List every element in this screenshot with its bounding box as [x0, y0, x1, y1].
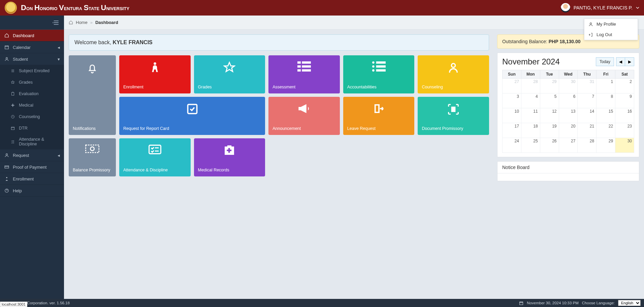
calendar-day[interactable]: 3: [503, 93, 521, 108]
calendar-day[interactable]: 7: [578, 93, 597, 108]
card-accountabilities[interactable]: Accountabilities: [343, 55, 415, 93]
welcome-banner: Welcome back, KYLE FRANCIS: [69, 34, 489, 51]
sidebar-item-help[interactable]: Help: [0, 185, 64, 197]
logout-menu-item[interactable]: Log Out: [584, 29, 638, 40]
avatar: [561, 3, 570, 12]
calendar-day[interactable]: 22: [597, 123, 615, 138]
svg-rect-7: [5, 166, 9, 168]
sidebar-sub-label: Medical: [19, 103, 33, 108]
logout-icon: [588, 32, 593, 37]
card-attendance-discipline[interactable]: Attendance & Discipline: [119, 138, 191, 176]
my-profile-menu-item[interactable]: My Profile: [584, 19, 638, 29]
card-announcement[interactable]: Announcement: [268, 97, 340, 135]
calendar-day[interactable]: 8: [597, 93, 615, 108]
calendar-day[interactable]: 13: [559, 108, 578, 123]
calendar-next-button[interactable]: ▶: [625, 58, 634, 66]
header-user[interactable]: PANTIG, KYLE FRANCIS P. My Profile Log O…: [561, 3, 639, 12]
sidebar-toggle[interactable]: [0, 16, 64, 30]
calendar-day[interactable]: 25: [521, 138, 540, 153]
calendar-dow: Sun: [503, 70, 521, 79]
user-icon: [448, 61, 459, 74]
sidebar-item-attendance-discipline[interactable]: Attendance & Discipline: [0, 134, 64, 149]
chevron-down-icon: ▾: [58, 57, 60, 62]
sidebar-item-evaluation[interactable]: Evaluation: [0, 88, 64, 100]
calendar-day[interactable]: 11: [521, 108, 540, 123]
sidebar-item-request[interactable]: Request ◂: [0, 149, 64, 161]
calendar-day[interactable]: 18: [521, 123, 540, 138]
sidebar-item-counseling[interactable]: Counseling: [0, 111, 64, 122]
table-icon: [297, 61, 311, 72]
calendar-day[interactable]: 21: [578, 123, 597, 138]
clipboard-icon: [10, 91, 15, 96]
calendar-day[interactable]: 9: [615, 93, 634, 108]
calendar-day[interactable]: 10: [503, 108, 521, 123]
card-assessment[interactable]: Assessment: [268, 55, 340, 93]
calendar-day[interactable]: 14: [578, 108, 597, 123]
calendar-day[interactable]: 24: [503, 138, 521, 153]
checklist-icon: [149, 144, 161, 155]
calendar-day[interactable]: 27: [559, 138, 578, 153]
calendar-day[interactable]: 26: [540, 138, 559, 153]
main: Home » Dashboard Welcome back, KYLE FRAN…: [64, 16, 644, 299]
card-enrollment[interactable]: Enrollment: [119, 55, 191, 93]
calendar-icon: [519, 301, 523, 305]
language-select[interactable]: English: [618, 300, 641, 306]
plus-icon: [10, 103, 15, 108]
card-balance-promissory[interactable]: Balance Promissory: [69, 138, 116, 176]
calendar-day[interactable]: 27: [503, 79, 521, 93]
card-leave-request[interactable]: Leave Request: [343, 97, 415, 135]
calendar-day[interactable]: 2: [615, 79, 634, 93]
card-request-report-card[interactable]: Request for Report Card: [119, 97, 265, 135]
sidebar-item-student[interactable]: Student ▾: [0, 53, 64, 65]
card-label: Balance Promissory: [73, 168, 112, 172]
card-label: Medical Records: [198, 168, 261, 172]
breadcrumb-separator-icon: »: [90, 20, 93, 25]
calendar-day[interactable]: 30: [615, 138, 634, 153]
calendar-title: November 2024: [502, 57, 560, 66]
calendar-day[interactable]: 20: [559, 123, 578, 138]
calendar-today-button[interactable]: Today: [596, 57, 614, 66]
calendar-day[interactable]: 23: [615, 123, 634, 138]
card-notifications[interactable]: Notifications: [69, 55, 116, 135]
sidebar-item-dtr[interactable]: DTR: [0, 122, 64, 134]
calendar-day[interactable]: 6: [559, 93, 578, 108]
svg-point-17: [372, 61, 375, 64]
calendar-day[interactable]: 19: [540, 123, 559, 138]
calendar-prev-button[interactable]: ◀: [616, 58, 625, 66]
calendar-day[interactable]: 12: [540, 108, 559, 123]
card-grades[interactable]: Grades: [194, 55, 265, 93]
help-icon: [4, 188, 9, 193]
sidebar-item-dashboard[interactable]: Dashboard: [0, 30, 64, 41]
card-document-promissory[interactable]: Document Promissory: [418, 97, 489, 135]
document-scan-icon: [447, 103, 460, 116]
card-medical-records[interactable]: Medical Records: [194, 138, 265, 176]
calendar-day[interactable]: 1: [597, 79, 615, 93]
calendar-day[interactable]: 17: [503, 123, 521, 138]
sidebar-sub-label: Attendance & Discipline: [19, 137, 60, 146]
megaphone-icon: [297, 103, 311, 114]
calendar-day[interactable]: 28: [578, 138, 597, 153]
sidebar-item-calendar[interactable]: Calendar ◂: [0, 41, 64, 53]
breadcrumb-home[interactable]: Home: [76, 20, 88, 25]
card-counseling[interactable]: Counseling: [418, 55, 489, 93]
calendar-day[interactable]: 30: [559, 79, 578, 93]
svg-rect-25: [451, 107, 456, 112]
card-icon: [4, 164, 9, 170]
sidebar-item-subject-enrolled[interactable]: Subject Enrolled: [0, 65, 64, 77]
sidebar-item-enrollment[interactable]: Enrollment: [0, 173, 64, 185]
calendar-day[interactable]: 29: [540, 79, 559, 93]
calendar-day[interactable]: 28: [521, 79, 540, 93]
sidebar-item-grades[interactable]: Grades: [0, 77, 64, 88]
calendar-day[interactable]: 4: [521, 93, 540, 108]
sidebar-item-medical[interactable]: Medical: [0, 100, 64, 111]
sidebar-label: Enrollment: [13, 176, 34, 182]
svg-point-27: [90, 147, 94, 150]
svg-rect-28: [149, 145, 161, 154]
sidebar-item-proof-of-payment[interactable]: Proof of Payment: [0, 161, 64, 173]
calendar-day[interactable]: 16: [615, 108, 634, 123]
calendar-day[interactable]: 31: [578, 79, 597, 93]
calendar-day[interactable]: 5: [540, 93, 559, 108]
checkbox-icon: [186, 103, 198, 115]
calendar-day[interactable]: 29: [597, 138, 615, 153]
calendar-day[interactable]: 15: [597, 108, 615, 123]
